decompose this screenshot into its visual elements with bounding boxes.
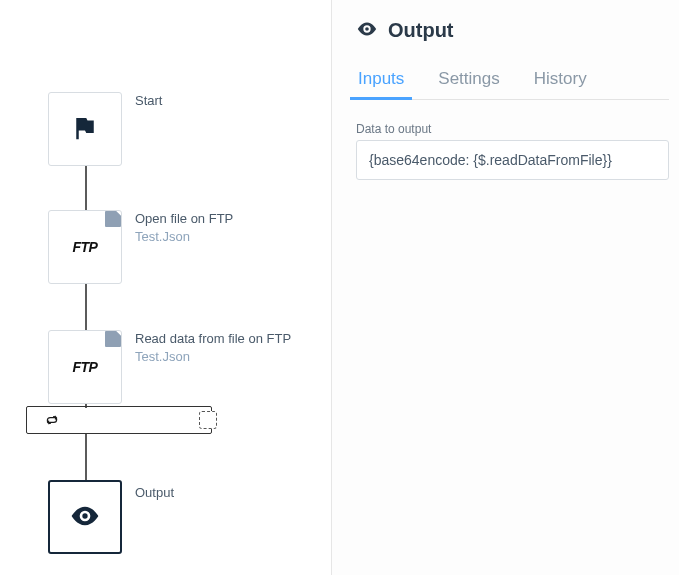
- node-label: Read data from file on FTP Test.Json: [135, 330, 291, 365]
- node-start[interactable]: [48, 92, 122, 166]
- panel-title: Output: [388, 19, 454, 42]
- ftp-icon: FTP: [73, 239, 98, 255]
- eye-icon: [69, 500, 101, 535]
- file-badge-icon: [105, 211, 121, 227]
- panel-tabs: Inputs Settings History: [356, 63, 669, 100]
- flag-icon: [70, 113, 100, 146]
- workflow-canvas[interactable]: Start FTP Open file on FTP Test.Json FTP…: [0, 0, 332, 575]
- panel-title-row: Output: [356, 18, 669, 43]
- node-label: Start: [135, 92, 162, 110]
- connector: [85, 284, 87, 330]
- file-badge-icon: [105, 331, 121, 347]
- tab-history[interactable]: History: [532, 63, 589, 99]
- node-read-ftp[interactable]: FTP: [48, 330, 122, 404]
- connector: [85, 434, 87, 480]
- node-output[interactable]: [48, 480, 122, 554]
- loop-drop-slot[interactable]: [199, 411, 217, 429]
- eye-icon: [356, 18, 378, 43]
- properties-panel: Output Inputs Settings History Data to o…: [332, 0, 679, 575]
- loop-icon: [45, 413, 59, 427]
- field-label: Data to output: [356, 122, 669, 136]
- node-label: Output: [135, 484, 174, 502]
- form-group-data-to-output: Data to output: [356, 122, 669, 180]
- node-label: Open file on FTP Test.Json: [135, 210, 233, 245]
- node-open-ftp[interactable]: FTP: [48, 210, 122, 284]
- ftp-icon: FTP: [73, 359, 98, 375]
- connector: [85, 166, 87, 210]
- loop-container[interactable]: [26, 406, 212, 434]
- tab-inputs[interactable]: Inputs: [356, 63, 406, 99]
- tab-settings[interactable]: Settings: [436, 63, 501, 99]
- data-to-output-input[interactable]: [356, 140, 669, 180]
